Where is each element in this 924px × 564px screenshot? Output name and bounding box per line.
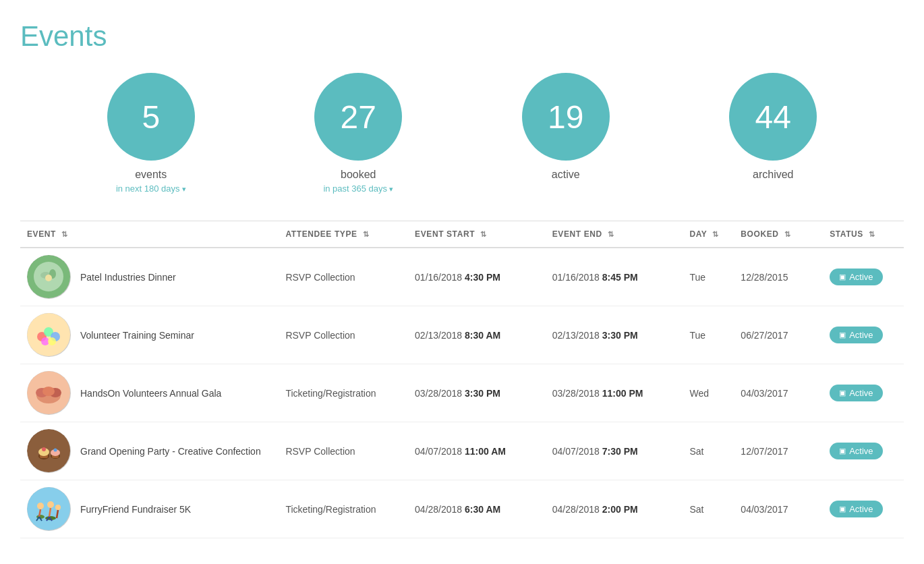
event-name: Grand Opening Party - Creative Confectio… <box>80 446 261 457</box>
stat-archived-circle: 44 <box>729 73 817 161</box>
badge-icon: ▣ <box>839 505 846 513</box>
booked-cell: 04/03/2017 <box>734 364 823 422</box>
status-badge[interactable]: ▣Active <box>830 443 882 459</box>
sort-icon-booked: ⇅ <box>784 230 791 239</box>
attendee-type-cell: RSVP Collection <box>279 422 408 480</box>
status-label: Active <box>849 446 873 456</box>
svg-point-15 <box>42 387 55 396</box>
status-cell[interactable]: ▣Active <box>823 248 904 306</box>
event-end-cell: 04/07/2018 7:30 PM <box>546 422 683 480</box>
event-name: FurryFriend Fundraiser 5K <box>80 504 191 515</box>
attendee-type-cell: RSVP Collection <box>279 306 408 364</box>
booked-cell: 06/27/2017 <box>734 306 823 364</box>
event-thumbnail <box>27 371 71 415</box>
stat-booked-sublabel[interactable]: in past 365 days <box>323 184 393 194</box>
stat-events: 5eventsin next 180 days <box>107 73 195 194</box>
stat-active-label: active <box>552 169 580 181</box>
day-cell: Tue <box>683 248 734 306</box>
badge-icon: ▣ <box>839 447 846 455</box>
event-cell: Volunteer Training Seminar <box>20 306 279 364</box>
event-name: Patel Industries Dinner <box>80 272 176 283</box>
event-start-cell: 02/13/2018 8:30 AM <box>408 306 546 364</box>
svg-point-24 <box>54 449 57 452</box>
col-header-day[interactable]: DAY ⇅ <box>683 221 734 248</box>
event-cell: FurryFriend Fundraiser 5K <box>20 480 279 538</box>
booked-cell: 12/28/2015 <box>734 248 823 306</box>
status-badge[interactable]: ▣Active <box>830 501 882 517</box>
status-cell[interactable]: ▣Active <box>823 364 904 422</box>
event-cell: HandsOn Volunteers Annual Gala <box>20 364 279 422</box>
day-cell: Sat <box>683 480 734 538</box>
stat-booked-label: booked <box>341 169 376 181</box>
stat-archived-label: archived <box>753 169 793 181</box>
stats-row: 5eventsin next 180 days27bookedin past 3… <box>20 73 904 194</box>
page-title: Events <box>20 20 904 53</box>
status-badge[interactable]: ▣Active <box>830 269 882 285</box>
event-end-cell: 01/16/2018 8:45 PM <box>546 248 683 306</box>
col-header-event[interactable]: EVENT ⇅ <box>20 221 279 248</box>
svg-point-36 <box>55 505 61 510</box>
svg-point-10 <box>48 337 56 345</box>
status-badge[interactable]: ▣Active <box>830 385 882 401</box>
event-end-cell: 02/13/2018 3:30 PM <box>546 306 683 364</box>
stat-events-label: events <box>135 169 167 181</box>
event-name: Volunteer Training Seminar <box>80 330 194 341</box>
stat-booked: 27bookedin past 365 days <box>314 73 402 194</box>
sort-icon-status: ⇅ <box>869 230 875 239</box>
booked-cell: 12/07/2017 <box>734 422 823 480</box>
table-row[interactable]: HandsOn Volunteers Annual GalaTicketing/… <box>20 364 904 422</box>
badge-icon: ▣ <box>839 389 846 397</box>
svg-point-4 <box>45 275 52 281</box>
sort-icon-end: ⇅ <box>608 230 614 239</box>
day-cell: Tue <box>683 306 734 364</box>
status-cell[interactable]: ▣Active <box>823 480 904 538</box>
status-label: Active <box>849 330 873 340</box>
table-row[interactable]: Volunteer Training SeminarRSVP Collectio… <box>20 306 904 364</box>
stat-events-sublabel[interactable]: in next 180 days <box>116 184 186 194</box>
event-cell: Patel Industries Dinner <box>20 248 279 306</box>
status-cell[interactable]: ▣Active <box>823 306 904 364</box>
stat-booked-circle: 27 <box>314 73 402 161</box>
stat-active-circle: 19 <box>522 73 610 161</box>
status-label: Active <box>849 388 873 398</box>
event-thumbnail <box>27 313 71 357</box>
stat-active: 19active <box>522 73 610 194</box>
event-name: HandsOn Volunteers Annual Gala <box>80 388 221 399</box>
event-start-cell: 03/28/2018 3:30 PM <box>408 364 546 422</box>
event-cell: Grand Opening Party - Creative Confectio… <box>20 422 279 480</box>
col-header-status[interactable]: STATUS ⇅ <box>823 221 904 248</box>
badge-icon: ▣ <box>839 331 846 339</box>
table-row[interactable]: Grand Opening Party - Creative Confectio… <box>20 422 904 480</box>
attendee-type-cell: Ticketing/Registration <box>279 364 408 422</box>
day-cell: Sat <box>683 422 734 480</box>
table-body: Patel Industries DinnerRSVP Collection01… <box>20 248 904 538</box>
col-header-attendee[interactable]: ATTENDEE TYPE ⇅ <box>279 221 408 248</box>
table-row[interactable]: FurryFriend Fundraiser 5KTicketing/Regis… <box>20 480 904 538</box>
event-end-cell: 03/28/2018 11:00 PM <box>546 364 683 422</box>
stat-events-circle: 5 <box>107 73 195 161</box>
event-start-cell: 04/28/2018 6:30 AM <box>408 480 546 538</box>
sort-icon-day: ⇅ <box>712 230 719 239</box>
col-header-start[interactable]: EVENT START ⇅ <box>408 221 546 248</box>
sort-icon-event: ⇅ <box>61 230 68 239</box>
svg-point-23 <box>42 447 46 451</box>
col-header-end[interactable]: EVENT END ⇅ <box>546 221 683 248</box>
booked-cell: 04/03/2017 <box>734 480 823 538</box>
stat-archived: 44archived <box>729 73 817 194</box>
status-cell[interactable]: ▣Active <box>823 422 904 480</box>
table-row[interactable]: Patel Industries DinnerRSVP Collection01… <box>20 248 904 306</box>
attendee-type-cell: RSVP Collection <box>279 248 408 306</box>
events-table: EVENT ⇅ ATTENDEE TYPE ⇅ EVENT START ⇅ EV… <box>20 221 904 538</box>
status-label: Active <box>849 272 873 282</box>
svg-point-32 <box>47 501 54 508</box>
col-header-booked[interactable]: BOOKED ⇅ <box>734 221 823 248</box>
event-start-cell: 04/07/2018 11:00 AM <box>408 422 546 480</box>
badge-icon: ▣ <box>839 273 846 281</box>
event-end-cell: 04/28/2018 2:00 PM <box>546 480 683 538</box>
event-thumbnail <box>27 255 71 299</box>
attendee-type-cell: Ticketing/Registration <box>279 480 408 538</box>
event-thumbnail <box>27 429 71 473</box>
svg-point-25 <box>27 487 70 530</box>
status-badge[interactable]: ▣Active <box>830 327 882 343</box>
day-cell: Wed <box>683 364 734 422</box>
